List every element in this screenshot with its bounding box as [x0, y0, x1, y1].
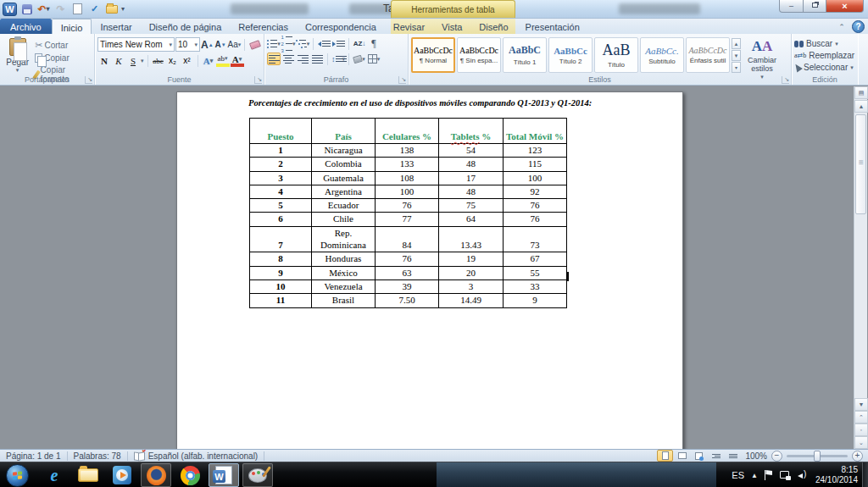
document-page[interactable]: Porcentajes de crecimiento en el uso de …	[176, 91, 683, 449]
table-cell[interactable]: 3	[250, 171, 312, 185]
line-spacing-button[interactable]: ↕▾	[331, 53, 345, 65]
gallery-more-icon[interactable]: ▾	[732, 62, 741, 73]
restore-button[interactable]	[804, 0, 826, 13]
text-effects-button[interactable]: A▾	[202, 54, 215, 67]
style-item[interactable]: AaBbCcTítulo 2	[548, 37, 593, 73]
taskbar-word[interactable]: W	[209, 463, 239, 487]
col-header-celulares[interactable]: Celulares %	[376, 119, 439, 144]
bullets-button[interactable]: ▾	[267, 37, 281, 50]
col-header-puesto[interactable]: Puesto	[250, 119, 312, 144]
table-cell[interactable]: 77	[376, 213, 439, 226]
dialog-launcher-icon[interactable]: ↘	[85, 76, 92, 84]
subscript-button[interactable]: x₂	[166, 54, 180, 67]
table-cell[interactable]: 100	[376, 185, 439, 198]
decrease-indent-button[interactable]	[317, 37, 331, 50]
table-row[interactable]: 11Brasil7.5014.499	[250, 294, 567, 307]
gallery-down-icon[interactable]: ▼	[732, 50, 741, 61]
hidden-icons-chevron[interactable]: ▲	[751, 472, 758, 479]
table-cell[interactable]: 20	[439, 266, 504, 279]
font-color-button[interactable]: A▾	[231, 54, 244, 67]
tab-presentacion-tabla[interactable]: Presentación	[517, 19, 588, 34]
numbering-button[interactable]: 123 ▾	[281, 37, 295, 50]
redo-button[interactable]: ↷	[53, 2, 68, 16]
find-button[interactable]: Buscar▾	[794, 39, 855, 48]
table-cell[interactable]: 3	[439, 279, 504, 293]
shading-button[interactable]: ▾	[353, 53, 366, 65]
zoom-out-button[interactable]: −	[771, 451, 782, 462]
table-cell[interactable]: 54	[439, 144, 504, 158]
table-cell[interactable]: Honduras	[312, 252, 376, 266]
table-cell[interactable]: 2	[250, 158, 312, 171]
table-cell[interactable]: 84	[376, 226, 439, 252]
tab-correspondencia[interactable]: Correspondencia	[297, 19, 385, 34]
close-button[interactable]: ×	[826, 0, 864, 13]
style-item[interactable]: AaBbCcDc¶ Sin espa...	[457, 37, 501, 73]
table-cell[interactable]: 7	[250, 226, 312, 252]
style-item[interactable]: AaBbCcDcÉnfasis sutil	[686, 37, 730, 73]
dialog-launcher-icon[interactable]: ↘	[254, 76, 262, 84]
table-cell[interactable]: 1	[250, 144, 312, 158]
taskbar-internet-explorer[interactable]: e	[39, 463, 70, 487]
italic-button[interactable]: K	[112, 54, 125, 67]
proofing-status[interactable]: ✗ Español (alfab. internacional)	[128, 450, 264, 462]
table-cell[interactable]: 19	[439, 252, 504, 266]
table-cell[interactable]: 100	[504, 171, 567, 185]
table-cell[interactable]: 67	[504, 252, 567, 266]
previous-page-button[interactable]: ⌃	[854, 411, 868, 423]
language-indicator[interactable]: ES	[732, 470, 744, 480]
align-right-button[interactable]	[296, 53, 309, 65]
table-row[interactable]: 4Argentina1004892	[250, 185, 567, 198]
table-cell[interactable]: 92	[504, 185, 567, 198]
change-case-button[interactable]: Aa▾	[228, 38, 242, 51]
table-cell[interactable]: Venezuela	[312, 279, 376, 293]
table-cell[interactable]: Brasil	[312, 294, 376, 307]
word-count-status[interactable]: Palabras: 78	[68, 450, 127, 462]
table-cell[interactable]: 48	[439, 158, 504, 171]
tab-insertar[interactable]: Insertar	[92, 19, 140, 34]
taskbar-explorer[interactable]	[73, 463, 103, 487]
table-cell[interactable]: 4	[250, 185, 312, 198]
table-cell[interactable]: Colombia	[312, 158, 376, 171]
zoom-slider-thumb[interactable]	[814, 451, 821, 462]
table-cell[interactable]: 7.50	[376, 294, 439, 307]
show-desktop-button[interactable]	[862, 462, 868, 487]
table-cell[interactable]: Argentina	[312, 185, 376, 198]
collapse-ribbon-icon[interactable]: ⌃	[836, 21, 848, 33]
col-header-tablets[interactable]: Tablets %	[439, 119, 504, 144]
cut-button[interactable]: ✂Cortar	[32, 39, 92, 52]
table-cell[interactable]: 76	[504, 213, 567, 226]
tab-referencias[interactable]: Referencias	[230, 19, 297, 34]
table-cell[interactable]: 73	[504, 226, 567, 252]
align-center-button[interactable]	[281, 53, 295, 65]
shrink-font-button[interactable]: A▼	[214, 38, 227, 51]
style-item[interactable]: AaBbCc.Subtítulo	[640, 37, 684, 73]
table-cell[interactable]: 11	[250, 294, 312, 307]
dialog-launcher-icon[interactable]: ↘	[398, 76, 406, 84]
increase-indent-button[interactable]	[331, 37, 345, 50]
open-button[interactable]	[104, 2, 119, 16]
justify-button[interactable]	[310, 53, 324, 65]
table-cell[interactable]: 76	[376, 252, 439, 266]
minimize-button[interactable]: –	[779, 0, 804, 13]
table-cell[interactable]: 5	[250, 199, 312, 213]
table-cell[interactable]: México	[312, 266, 376, 279]
start-button[interactable]	[6, 464, 29, 487]
borders-button[interactable]: ▾	[367, 53, 381, 65]
font-size-combobox[interactable]: 10▾	[175, 37, 200, 52]
table-cell[interactable]: 55	[504, 266, 567, 279]
help-button[interactable]: ?	[852, 20, 865, 33]
taskbar-chrome[interactable]	[175, 463, 205, 487]
select-button[interactable]: Seleccionar▾	[794, 63, 855, 72]
table-cell[interactable]: 123	[504, 144, 567, 158]
vertical-scrollbar[interactable]: ▤ ▲ ▼ ⌃ ◦ ⌄	[854, 86, 867, 449]
tab-archivo[interactable]: Archivo	[0, 19, 52, 34]
highlight-color-button[interactable]: ab▾	[216, 54, 230, 67]
table-row[interactable]: 5Ecuador767576	[250, 199, 567, 213]
table-cell[interactable]: 48	[439, 185, 504, 198]
table-cell[interactable]: 76	[376, 199, 439, 213]
table-row[interactable]: 7Rep. Dominicana8413.4373	[250, 226, 567, 252]
change-styles-button[interactable]: AA Cambiar estilos ▾	[743, 36, 782, 74]
align-left-button[interactable]	[267, 53, 281, 65]
undo-button[interactable]: ↶▾	[36, 2, 51, 16]
table-cell[interactable]: 64	[439, 213, 504, 226]
